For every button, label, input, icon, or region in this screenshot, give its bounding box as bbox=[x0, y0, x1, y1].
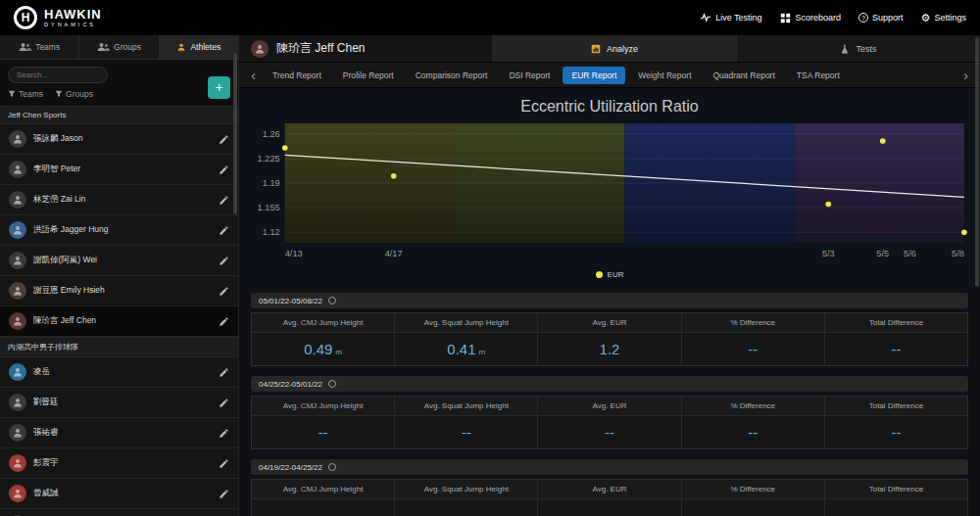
search-input[interactable] bbox=[8, 67, 108, 83]
edit-pencil-icon[interactable] bbox=[219, 398, 229, 408]
metric-value-cell: -- bbox=[395, 416, 537, 448]
edit-pencil-icon[interactable] bbox=[219, 225, 229, 236]
athlete-list-item[interactable]: 張詠麟 Jason bbox=[0, 124, 238, 155]
metric-number: -- bbox=[891, 507, 901, 516]
settings-link[interactable]: ⚙ Settings bbox=[921, 13, 966, 23]
edit-pencil-icon[interactable] bbox=[219, 286, 229, 297]
eur-legend-label: EUR bbox=[608, 270, 624, 279]
athlete-name: 李明智 Peter bbox=[33, 164, 212, 175]
sidebar-scrollbar[interactable] bbox=[233, 53, 237, 214]
athlete-header-name: 陳玠言 Jeff Chen bbox=[276, 40, 365, 57]
report-tab-quadrant-report[interactable]: Quadrant Report bbox=[705, 67, 784, 84]
date-range-label: 05/01/22-05/08/22 bbox=[259, 297, 322, 305]
teams-icon bbox=[19, 42, 31, 52]
metric-column: Avg. Squat Jump Height-- bbox=[395, 397, 538, 448]
collapse-circle-icon bbox=[328, 297, 336, 305]
scoreboard-link[interactable]: Scoreboard bbox=[780, 12, 842, 23]
metric-value-cell: -- bbox=[825, 499, 967, 516]
page-scrollbar[interactable] bbox=[975, 37, 979, 287]
hawkin-logo-icon: H bbox=[14, 6, 37, 29]
metric-column-header: Avg. CMJ Jump Height bbox=[252, 480, 394, 499]
date-range-header[interactable]: 04/19/22-04/25/22 bbox=[251, 459, 968, 475]
add-athlete-button[interactable]: + bbox=[208, 76, 230, 99]
report-tab-dsi-report[interactable]: DSI Report bbox=[500, 67, 559, 84]
athlete-list-item[interactable]: 凌岳 bbox=[0, 357, 238, 388]
edit-pencil-icon[interactable] bbox=[219, 134, 229, 145]
edit-pencil-icon[interactable] bbox=[219, 489, 229, 499]
edit-pencil-icon[interactable] bbox=[219, 164, 229, 175]
filter-teams[interactable]: Teams bbox=[8, 89, 43, 99]
date-range-header[interactable]: 04/25/22-05/01/22 bbox=[251, 376, 968, 392]
athlete-list-item[interactable]: 林芝喦 Zai Lin bbox=[0, 185, 238, 215]
athlete-avatar bbox=[9, 221, 26, 239]
metric-number: -- bbox=[605, 424, 614, 441]
metric-column: Total Difference-- bbox=[825, 480, 967, 516]
athlete-name: 謝豆恩 Emily Hsieh bbox=[33, 285, 212, 297]
athlete-avatar bbox=[9, 161, 26, 178]
athlete-list-item[interactable]: 李柏赫 bbox=[0, 509, 238, 516]
live-testing-icon bbox=[700, 12, 711, 23]
metrics-table: Avg. CMJ Jump Height0.49mAvg. Squat Jump… bbox=[251, 312, 968, 366]
athlete-name: 洪語希 Jagger Hung bbox=[33, 224, 212, 236]
brand-subtitle: DYNAMICS bbox=[44, 22, 102, 27]
report-tab-profile-report[interactable]: Profile Report bbox=[334, 67, 403, 84]
athlete-name: 曾威誠 bbox=[33, 488, 212, 499]
metric-number: -- bbox=[462, 424, 471, 441]
edit-pencil-icon[interactable] bbox=[219, 428, 229, 439]
report-tab-comparison-report[interactable]: Comparison Report bbox=[407, 67, 497, 84]
metric-column: Avg. Squat Jump Height0.41m bbox=[395, 313, 538, 365]
tab-teams-label: Teams bbox=[35, 42, 60, 52]
report-tab-eur-report[interactable]: EUR Report bbox=[563, 67, 625, 84]
athlete-list-item[interactable]: 彭震宇 bbox=[0, 448, 238, 479]
athlete-name: 彭震宇 bbox=[33, 457, 212, 469]
athlete-title: 陳玠言 Jeff Chen bbox=[239, 35, 492, 62]
metric-column: % Difference-- bbox=[682, 480, 825, 516]
filter-groups[interactable]: Groups bbox=[55, 89, 93, 99]
athlete-list-item[interactable]: 李明智 Peter bbox=[0, 155, 238, 185]
metric-number: -- bbox=[748, 424, 758, 441]
edit-pencil-icon[interactable] bbox=[219, 256, 229, 266]
athlete-name: 凌岳 bbox=[33, 366, 212, 378]
tab-tests[interactable]: Tests bbox=[736, 35, 980, 62]
support-link[interactable]: ? Support bbox=[858, 13, 904, 23]
chart-title: Eccentric Utilization Ratio bbox=[251, 90, 968, 119]
tab-teams[interactable]: Teams bbox=[0, 35, 79, 59]
report-tab-tsa-report[interactable]: TSA Report bbox=[788, 67, 849, 84]
edit-pencil-icon[interactable] bbox=[219, 195, 229, 206]
filter-groups-label: Groups bbox=[66, 89, 93, 99]
athlete-list-item[interactable]: 曾威誠 bbox=[0, 479, 238, 509]
brand-logo[interactable]: H HAWKIN DYNAMICS bbox=[14, 6, 102, 29]
report-tab-weight-report[interactable]: Weight Report bbox=[629, 67, 700, 84]
scoreboard-label: Scoreboard bbox=[796, 13, 842, 23]
tab-analyze[interactable]: Analyze bbox=[492, 35, 736, 62]
metric-column-header: % Difference bbox=[682, 397, 824, 416]
date-range-header[interactable]: 05/01/22-05/08/22 bbox=[251, 293, 968, 308]
athlete-list-item[interactable]: 謝凱倬(阿嵐) Wei bbox=[0, 246, 238, 276]
svg-text:1.26: 1.26 bbox=[263, 129, 280, 139]
report-tab-trend-report[interactable]: Trend Report bbox=[264, 67, 330, 84]
metric-value-cell: -- bbox=[825, 416, 967, 448]
tab-tests-label: Tests bbox=[856, 44, 876, 54]
chevron-left-icon[interactable]: ‹ bbox=[243, 68, 264, 82]
athlete-list-item[interactable]: 謝豆恩 Emily Hsieh bbox=[0, 276, 238, 306]
filter-row: Teams Groups + bbox=[8, 89, 230, 99]
date-range-section: 05/01/22-05/08/22Avg. CMJ Jump Height0.4… bbox=[251, 293, 968, 366]
eur-chart-panel: Eccentric Utilization Ratio 1.261.2251.1… bbox=[239, 88, 980, 287]
chart-legend[interactable]: EUR bbox=[251, 266, 968, 287]
main-panel: 陳玠言 Jeff Chen Analyze Tests ‹ Trend Repo… bbox=[239, 35, 980, 516]
athlete-list-item[interactable]: 洪語希 Jagger Hung bbox=[0, 215, 238, 246]
live-testing-label: Live Testing bbox=[715, 13, 761, 23]
metric-column-header: % Difference bbox=[682, 480, 824, 499]
chevron-right-icon[interactable]: › bbox=[956, 68, 976, 82]
edit-pencil-icon[interactable] bbox=[219, 316, 229, 327]
tab-groups[interactable]: Groups bbox=[79, 35, 159, 59]
athlete-list-item[interactable]: 陳玠言 Jeff Chen bbox=[0, 306, 238, 337]
athlete-list-item[interactable]: 劉晉廷 bbox=[0, 388, 238, 418]
athlete-list-item[interactable]: 張祐睿 bbox=[0, 418, 238, 448]
edit-pencil-icon[interactable] bbox=[219, 458, 229, 469]
edit-pencil-icon[interactable] bbox=[219, 367, 229, 378]
live-testing-link[interactable]: Live Testing bbox=[700, 12, 761, 23]
groups-icon bbox=[97, 42, 110, 52]
tab-athletes[interactable]: Athletes bbox=[160, 35, 238, 59]
metric-column-header: Avg. EUR bbox=[538, 313, 680, 333]
